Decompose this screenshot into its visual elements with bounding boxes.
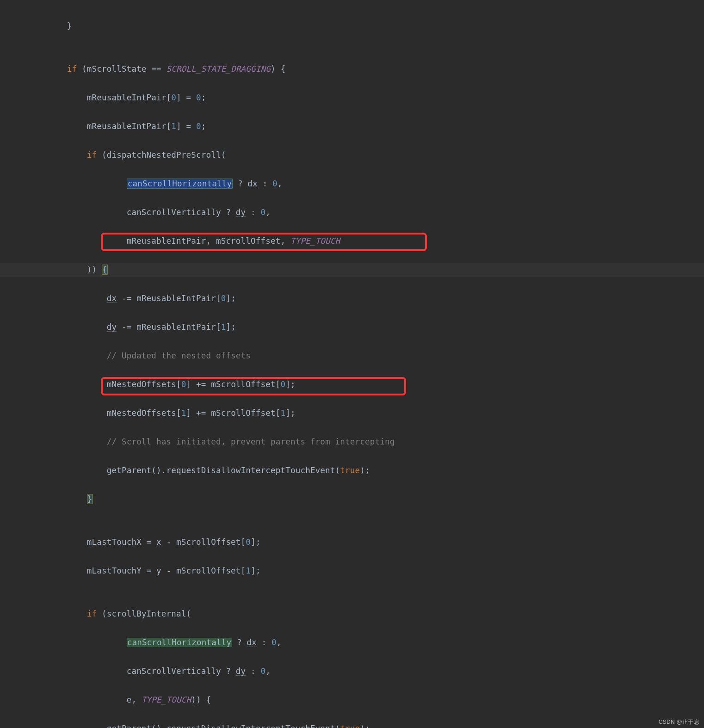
code-line: getParent().requestDisallowInterceptTouc… xyxy=(0,722,704,728)
code-line: mReusableIntPair, mScrollOffset, TYPE_TO… xyxy=(0,234,704,248)
code-line: mNestedOffsets[0] += mScrollOffset[0]; xyxy=(0,377,704,392)
code-line: dy -= mReusableIntPair[1]; xyxy=(0,320,704,334)
code-line: canScrollHorizontally ? dx : 0, xyxy=(0,635,704,650)
code-line-highlighted: )) { xyxy=(0,263,704,277)
brace-match: { xyxy=(102,265,108,275)
code-editor[interactable]: } if (mScrollState == SCROLL_STATE_DRAGG… xyxy=(0,0,704,728)
code-line: canScrollVertically ? dy : 0, xyxy=(0,664,704,679)
code-line: if (dispatchNestedPreScroll( xyxy=(0,148,704,162)
code-line: if (mScrollState == SCROLL_STATE_DRAGGIN… xyxy=(0,62,704,76)
code-line: canScrollHorizontally ? dx : 0, xyxy=(0,177,704,191)
code-line: mNestedOffsets[1] += mScrollOffset[1]; xyxy=(0,406,704,420)
code-line: mReusableIntPair[1] = 0; xyxy=(0,119,704,134)
code-line: // Updated the nested offsets xyxy=(0,349,704,363)
code-line: mLastTouchX = x - mScrollOffset[0]; xyxy=(0,535,704,549)
code-line: dx -= mReusableIntPair[0]; xyxy=(0,291,704,306)
code-line: if (scrollByInternal( xyxy=(0,607,704,621)
code-line: } xyxy=(0,492,704,506)
code-line: canScrollVertically ? dy : 0, xyxy=(0,205,704,220)
code-line: } xyxy=(0,19,704,33)
code-line: getParent().requestDisallowInterceptTouc… xyxy=(0,463,704,478)
code-line: e, TYPE_TOUCH)) { xyxy=(0,693,704,707)
brace-match: } xyxy=(87,494,93,504)
selected-identifier: canScrollHorizontally xyxy=(127,179,233,189)
code-line: mReusableIntPair[0] = 0; xyxy=(0,91,704,105)
selection-match: canScrollHorizontally xyxy=(127,638,232,647)
code-line: mLastTouchY = y - mScrollOffset[1]; xyxy=(0,564,704,578)
code-line: // Scroll has initiated, prevent parents… xyxy=(0,435,704,449)
watermark-text: CSDN @止于息 xyxy=(659,718,699,726)
